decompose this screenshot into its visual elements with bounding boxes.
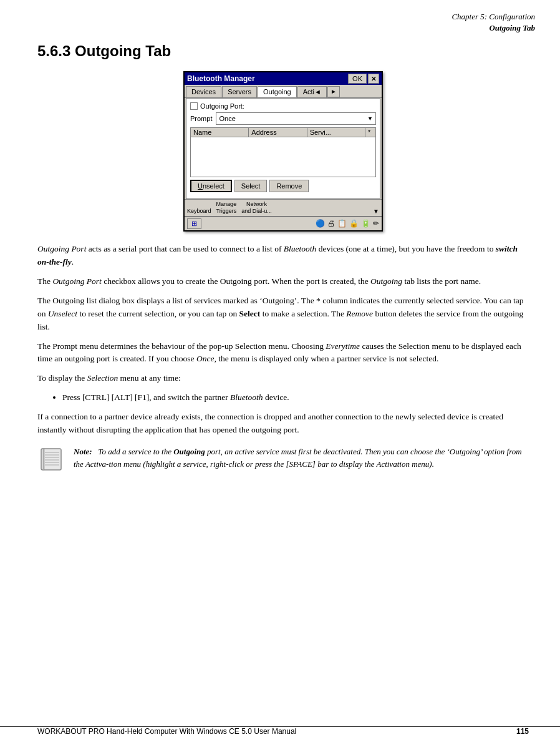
prompt-dropdown[interactable]: Once ▼ <box>216 112 376 125</box>
taskbar-icon-2[interactable]: 🖨 <box>327 219 335 228</box>
section-heading: 5.6.3 Outgoing Tab <box>37 42 529 60</box>
chapter-line: Chapter 5: Configuration <box>25 11 535 22</box>
outgoing-list[interactable]: Name Address Servi... * <box>190 127 376 177</box>
tab-bar: Devices Servers Outgoing Acti◄ ► <box>185 85 382 98</box>
book-icon <box>38 446 64 472</box>
list-item: Press [CTRL] [ALT] [F1], and switch the … <box>62 391 529 404</box>
paragraph-1: Outgoing Port acts as a serial port that… <box>37 243 529 269</box>
taskbar-icon-6[interactable]: ✏ <box>373 219 379 228</box>
col-address: Address <box>249 128 307 137</box>
bottom-keyboard[interactable]: Keyboard <box>187 208 211 215</box>
win-titlebar: Bluetooth Manager OK ✕ <box>185 72 382 85</box>
col-star: * <box>365 128 375 137</box>
unselect-button[interactable]: Unselect <box>190 180 232 192</box>
paragraph-6: If a connection to a partner device alre… <box>37 411 529 437</box>
tab-content: Outgoing Port: Prompt Once ▼ Name Addres… <box>186 98 380 199</box>
taskbar-icon-3[interactable]: 📋 <box>337 219 347 228</box>
win-dialog: Bluetooth Manager OK ✕ Devices Servers O… <box>183 71 383 232</box>
checkbox-row: Outgoing Port: <box>190 102 376 110</box>
paragraph-2: The Outgoing Port checkbox allows you to… <box>37 275 529 288</box>
prompt-label: Prompt <box>190 115 212 122</box>
main-content: 5.6.3 Outgoing Tab Bluetooth Manager OK … <box>0 36 560 492</box>
note-icon <box>37 446 65 473</box>
tab-arrow[interactable]: ► <box>327 86 340 97</box>
dropdown-arrow-icon: ▼ <box>367 115 373 122</box>
taskbar-icons: 🔵 🖨 📋 🔒 🔋 ✏ <box>316 219 379 228</box>
page-footer: WORKABOUT PRO Hand-Held Computer With Wi… <box>0 726 560 736</box>
col-name: Name <box>191 128 249 137</box>
paragraph-4: The Prompt menu determines the behaviour… <box>37 340 529 366</box>
screenshot-container: Bluetooth Manager OK ✕ Devices Servers O… <box>37 71 529 232</box>
note-text: Note: To add a service to the Outgoing p… <box>74 446 529 470</box>
tab-acti[interactable]: Acti◄ <box>297 86 327 97</box>
dialog-title: Bluetooth Manager <box>187 74 348 83</box>
paragraph-5: To display the Selection menu at any tim… <box>37 372 529 385</box>
bottom-network[interactable]: Networkand Dial-u... <box>241 201 272 215</box>
select-button[interactable]: Select <box>234 180 268 192</box>
start-button[interactable]: ⊞ <box>187 218 201 229</box>
note-label: Note: <box>74 447 92 456</box>
bullet-list: Press [CTRL] [ALT] [F1], and switch the … <box>62 391 529 404</box>
tab-outgoing[interactable]: Outgoing <box>258 86 297 97</box>
svg-rect-1 <box>43 449 44 470</box>
scroll-indicator: ▼ <box>373 208 379 215</box>
close-button[interactable]: ✕ <box>368 74 379 84</box>
dropdown-value: Once <box>219 115 235 122</box>
windows-logo: ⊞ <box>191 220 197 228</box>
section-line: Outgoing Tab <box>25 22 535 34</box>
note-box: Note: To add a service to the Outgoing p… <box>37 446 529 473</box>
list-header: Name Address Servi... * <box>191 128 375 137</box>
taskbar-icon-1[interactable]: 🔵 <box>316 219 325 228</box>
footer-text: WORKABOUT PRO Hand-Held Computer With Wi… <box>37 727 296 736</box>
checkbox-label: Outgoing Port: <box>200 102 244 110</box>
remove-button[interactable]: Remove <box>269 180 309 192</box>
taskbar-icon-5[interactable]: 🔋 <box>361 219 370 228</box>
prompt-row: Prompt Once ▼ <box>190 112 376 125</box>
paragraph-3: The Outgoing list dialog box displays a … <box>37 295 529 334</box>
bottom-bar: Keyboard ManageTriggers Networkand Dial-… <box>185 199 382 216</box>
tab-servers[interactable]: Servers <box>222 86 257 97</box>
outgoing-port-checkbox[interactable] <box>190 102 198 110</box>
taskbar-icon-4[interactable]: 🔒 <box>349 219 359 228</box>
titlebar-buttons: OK ✕ <box>348 74 379 84</box>
action-buttons: Unselect Select Remove <box>190 180 376 192</box>
ok-button[interactable]: OK <box>348 74 367 84</box>
taskbar: ⊞ 🔵 🖨 📋 🔒 🔋 ✏ <box>185 216 382 230</box>
footer-page: 115 <box>516 727 529 736</box>
page-header: Chapter 5: Configuration Outgoing Tab <box>0 0 560 36</box>
bottom-triggers[interactable]: ManageTriggers <box>216 201 237 215</box>
col-servi: Servi... <box>307 128 365 137</box>
tab-devices[interactable]: Devices <box>186 86 221 97</box>
